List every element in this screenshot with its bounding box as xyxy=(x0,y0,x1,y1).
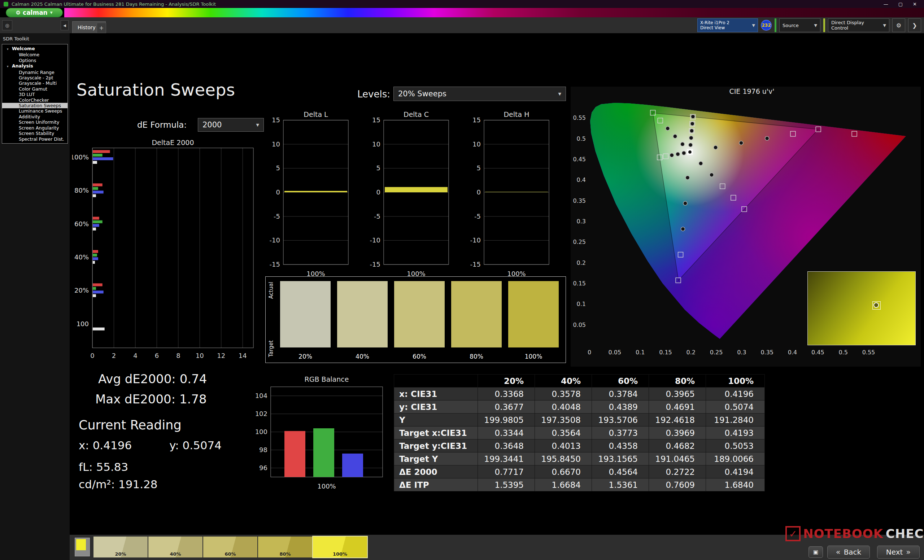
deltae-bar-white xyxy=(93,161,97,164)
deltae-chart-title: DeltaE 2000 xyxy=(152,139,194,147)
row-label: ΔE ITP xyxy=(394,478,478,491)
delta_l-bar xyxy=(284,191,347,192)
thumb-image xyxy=(76,539,86,550)
table-row: Y199.9805197.3508193.5706192.4618191.284… xyxy=(394,413,765,427)
cie-measured-point xyxy=(680,142,684,146)
swatch-20% xyxy=(280,281,331,347)
axis-label: 0.3 xyxy=(737,349,746,356)
main-content: Saturation Sweeps dE Formula: 2000 ▼ Lev… xyxy=(0,0,924,560)
axis-label: 0.25 xyxy=(710,349,723,356)
axis-label: 15 xyxy=(272,116,280,124)
filmstrip-thumb-80%[interactable]: 80% xyxy=(258,536,312,557)
current-fl: fL: 55.83 xyxy=(79,460,128,473)
axis-label: -5 xyxy=(374,213,380,220)
layout-button[interactable]: ▣ xyxy=(808,546,823,558)
table-cell: 0.3773 xyxy=(592,427,649,439)
cie-measured-point xyxy=(739,141,743,145)
cie-measured-point xyxy=(686,176,689,180)
row-label: x: CIE31 xyxy=(394,388,478,401)
axis-label: 4 xyxy=(133,352,137,359)
thumb-label: 40% xyxy=(148,551,202,557)
filmstrip-thumb-20%[interactable]: 20% xyxy=(93,536,148,557)
rgb-balance-chart: RGB Balance1041021009896100% xyxy=(248,376,393,495)
table-header: 80% xyxy=(649,374,706,388)
table-header: 40% xyxy=(535,374,592,388)
filmstrip-thumb-100%[interactable]: 100% xyxy=(313,536,367,557)
deltae-bar-red xyxy=(93,150,110,153)
cie-panel: CIE 1976 u'v'00.050.10.150.20.250.30.350… xyxy=(571,87,921,367)
levels-select[interactable]: 20% Sweeps ▼ xyxy=(393,87,566,101)
de-formula-select[interactable]: 2000 ▼ xyxy=(198,118,264,132)
deltae-bar-green xyxy=(93,187,98,190)
cie-measured-point xyxy=(688,143,693,147)
axis-label: -10 xyxy=(470,237,481,244)
thumb-label: 20% xyxy=(93,551,148,557)
axis-label: 98 xyxy=(259,446,267,454)
axis-label: 0.15 xyxy=(573,280,586,287)
current-reading-xy: x: 0.4196 y: 0.5074 xyxy=(79,439,222,452)
table-header: 20% xyxy=(478,374,535,388)
rgb-bar-G xyxy=(313,428,334,477)
swatch-panel: Actual Target 20%40%60%80%100% xyxy=(265,276,566,363)
axis-label: 0.45 xyxy=(573,156,586,163)
cie-measured-point xyxy=(670,153,674,157)
row-label: Target y:CIE31 xyxy=(394,439,478,452)
results-table: 20%40%60%80%100%x: CIE310.33680.35780.37… xyxy=(394,374,765,491)
deltae-bar-red xyxy=(93,283,102,286)
axis-label: 0.35 xyxy=(573,198,586,204)
back-button[interactable]: « Back xyxy=(827,545,870,559)
swatch-100% xyxy=(508,281,559,347)
axis-label: 2 xyxy=(112,352,116,359)
avg-de2000: Avg dE2000: 0.74 xyxy=(98,372,207,386)
axis-label: -10 xyxy=(270,237,280,244)
cie-zoom-inset xyxy=(807,271,916,345)
delta-h-chart: Delta H151050-5-10-15100% xyxy=(464,111,554,281)
delta_h-bar xyxy=(485,192,548,192)
max-de2000: Max dE2000: 1.78 xyxy=(95,392,207,406)
axis-label: 0 xyxy=(588,349,591,356)
deltae-bar-blue xyxy=(93,190,104,193)
de-formula-value: 2000 xyxy=(202,121,222,129)
cie-measured-point xyxy=(691,115,695,119)
cie-measured-point xyxy=(690,129,694,133)
axis-label: 10 xyxy=(472,140,481,148)
cie-measured-point xyxy=(699,162,703,166)
deltae-row-label: 60% xyxy=(74,220,89,228)
deltae-row-label: 40% xyxy=(74,253,89,261)
table-row: x: CIE310.33680.35780.37840.39650.4196 xyxy=(394,388,765,401)
deltae-row-label: 100 xyxy=(76,320,89,328)
table-header xyxy=(394,374,478,388)
cie-measured-point xyxy=(683,201,687,205)
filmstrip-thumb-40%[interactable]: 40% xyxy=(148,536,202,557)
axis-label: 0.2 xyxy=(687,349,696,356)
filmstrip-thumb-base[interactable] xyxy=(75,538,90,556)
next-button[interactable]: Next » xyxy=(877,545,920,559)
cie-measured-point xyxy=(765,136,769,140)
deltae-bar-white xyxy=(93,261,95,264)
levels-label: Levels: xyxy=(357,89,390,100)
delta-c-chart: Delta C151050-5-10-15100% xyxy=(364,111,454,281)
cie-measured-point xyxy=(676,152,680,156)
swatch-label: 80% xyxy=(451,353,502,360)
chevron-down-icon: ▼ xyxy=(558,92,561,96)
table-row: Target Y199.3441195.8450193.1565191.0465… xyxy=(394,452,765,466)
thumb-label: 60% xyxy=(203,551,257,557)
table-cell: 0.4389 xyxy=(592,401,649,413)
axis-label: 0 xyxy=(90,352,94,359)
table-cell: 0.4193 xyxy=(706,427,765,439)
swatch-60% xyxy=(394,281,445,347)
levels-value: 20% Sweeps xyxy=(398,90,447,98)
swatch-label: 100% xyxy=(508,353,559,360)
table-cell: 0.4682 xyxy=(649,439,706,452)
rgb-bar-R xyxy=(284,431,305,478)
axis-label: 5 xyxy=(477,164,481,172)
axis-label: 10 xyxy=(196,352,204,359)
table-cell: 197.3508 xyxy=(535,413,592,427)
table-row: Target x:CIE310.33440.35640.37730.39690.… xyxy=(394,427,765,439)
filmstrip-thumb-60%[interactable]: 60% xyxy=(203,536,257,557)
brand-word-notebook: NOTEBOOK xyxy=(803,526,883,541)
deltae-row-label: 20% xyxy=(74,286,89,294)
delta-l-chart: Delta L151050-5-10-15100% xyxy=(264,111,354,281)
deltae-bar-green xyxy=(93,254,97,256)
table-cell: 1.6840 xyxy=(706,478,765,491)
